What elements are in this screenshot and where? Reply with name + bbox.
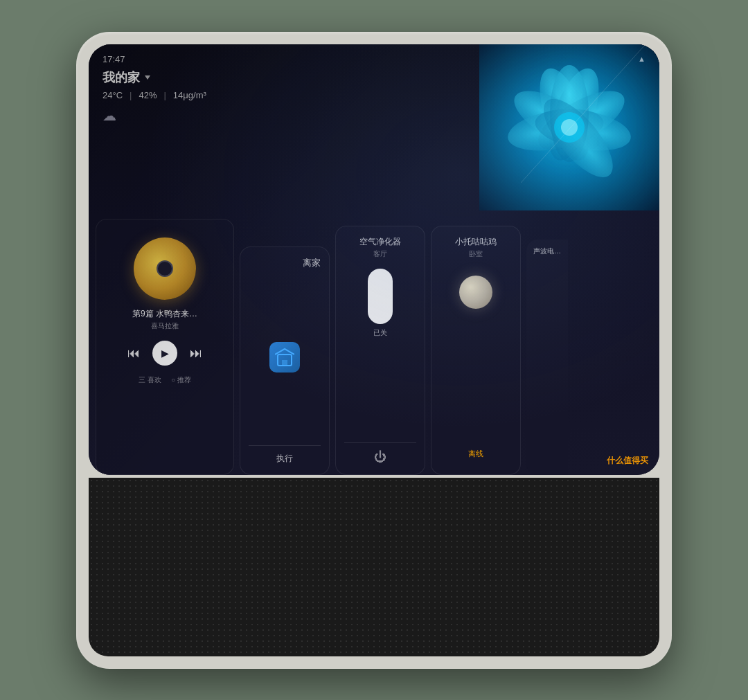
home-info-area: 我的家 24°C | 42% | 14μg/m³ ☁: [103, 69, 206, 124]
offline-badge: 离线: [440, 449, 512, 465]
wifi-icon: ▲: [638, 55, 645, 63]
prev-button[interactable]: ⏮: [127, 346, 140, 361]
favorites-label[interactable]: 三 喜欢: [139, 375, 161, 385]
watermark: 什么值得买: [607, 455, 648, 467]
time-display: 17:47: [103, 54, 125, 64]
air-purifier-subtitle: 客厅: [344, 249, 416, 259]
music-title: 第9篇 水鸭杏来…: [132, 308, 197, 320]
speaker-subtitle: 卧室: [440, 249, 512, 259]
temperature: 24°C: [103, 90, 123, 100]
speaker-grille: [89, 478, 659, 656]
air-status: 已关: [344, 328, 416, 338]
air-indicator: [368, 269, 393, 324]
scene-label: 离家: [249, 257, 321, 269]
air-purifier-card[interactable]: 空气净化器 客厅 已关 ⏻: [335, 226, 425, 475]
humidity: 42%: [139, 90, 157, 100]
flower-artwork: [479, 44, 659, 210]
svg-rect-13: [282, 360, 287, 366]
partial-card[interactable]: 声波电…: [526, 240, 568, 475]
album-art: [134, 237, 196, 300]
home-stats: 24°C | 42% | 14μg/m³: [103, 90, 206, 100]
stat-divider: |: [130, 90, 132, 100]
speaker-title: 小托咕咕鸡: [440, 236, 512, 248]
moon-icon: [459, 276, 492, 309]
chevron-down-icon: [145, 75, 150, 80]
cloud-icon: ☁: [103, 107, 116, 124]
status-bar: 17:47 ▲: [103, 54, 645, 64]
home-title[interactable]: 我的家: [103, 69, 206, 86]
stat-divider-2: |: [163, 90, 166, 100]
music-card[interactable]: 第9篇 水鸭杏来… 喜马拉雅 ⏮ ▶ ⏭ 三 喜欢 ○ 推荐: [96, 219, 234, 475]
home-scene-icon: [269, 342, 300, 373]
music-source: 喜马拉雅: [151, 321, 179, 331]
music-footer: 三 喜欢 ○ 推荐: [139, 375, 191, 385]
grille-pattern: [89, 478, 659, 656]
air-power-button[interactable]: ⏻: [344, 442, 416, 465]
smart-display-device: 17:47 ▲ 我的家 24°C | 42% | 14μg/m³ ☁: [76, 32, 672, 669]
air-purifier-title: 空气净化器: [344, 236, 416, 248]
music-controls: ⏮ ▶ ⏭: [127, 341, 202, 366]
next-button[interactable]: ⏭: [190, 346, 202, 361]
screen: 17:47 ▲ 我的家 24°C | 42% | 14μg/m³ ☁: [89, 44, 659, 476]
play-button[interactable]: ▶: [152, 341, 177, 366]
pm25: 14μg/m³: [173, 90, 206, 100]
scene-card[interactable]: 离家 执行: [240, 246, 330, 475]
svg-point-10: [561, 119, 578, 136]
execute-label[interactable]: 执行: [249, 445, 321, 465]
recommend-label[interactable]: ○ 推荐: [171, 375, 191, 385]
speaker-card[interactable]: 小托咕咕鸡 卧室 离线: [431, 226, 521, 475]
weather-area: ☁: [103, 107, 206, 124]
partial-title: 声波电…: [526, 240, 568, 263]
